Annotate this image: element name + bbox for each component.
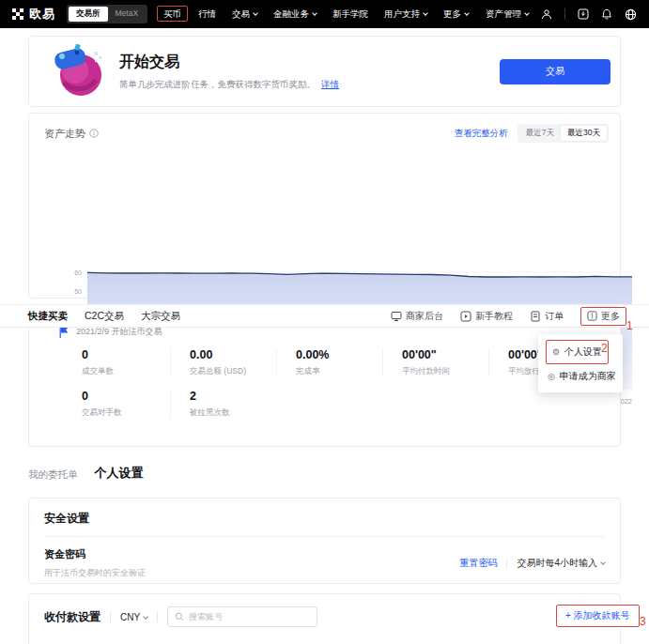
- download-app-icon[interactable]: [578, 8, 589, 20]
- notifications-bell-icon[interactable]: [601, 8, 612, 20]
- search-input[interactable]: [189, 612, 310, 621]
- monitor-icon: [391, 311, 402, 322]
- svg-text:60: 60: [74, 269, 82, 276]
- payment-settings-card: 收付款设置 CNY: [28, 593, 621, 644]
- svg-text:50: 50: [74, 288, 82, 295]
- chevron-down-icon: [600, 560, 606, 565]
- toggle-metax[interactable]: MetaX: [108, 7, 147, 22]
- tab-block-trade[interactable]: 大宗交易: [141, 310, 180, 323]
- hero-subtitle: 简单几步完成进阶任务，免费获得数字货币奖励。详情: [119, 79, 339, 91]
- merchant-stats-card: 2021/2/9 开始法币交易 0成交单数 0.00交易总额 (USD) 0.0…: [28, 310, 621, 447]
- okx-logo-icon: [12, 8, 23, 20]
- annotation-number-3: 3: [640, 615, 646, 628]
- asset-trend-title: 资产走势: [44, 127, 99, 141]
- info-icon[interactable]: [89, 129, 99, 138]
- password-frequency-dropdown[interactable]: 交易时每4小时输入: [517, 557, 605, 570]
- trade-button[interactable]: 交易: [500, 59, 610, 84]
- nav-item-buy-crypto[interactable]: 买币: [157, 6, 188, 22]
- merchant-dashboard-button[interactable]: 商家后台: [391, 310, 443, 323]
- menu-item-personal-settings[interactable]: ⚙ 个人设置: [550, 343, 604, 361]
- top-navbar: 欧易 交易所 MetaX 买币 行情 交易 金融业务 新手学院 用户支持 更多 …: [0, 0, 649, 28]
- divider: [506, 559, 507, 569]
- stat-avg-payment-time: 00'00"平均付款时间: [382, 348, 488, 377]
- chevron-down-icon: [464, 10, 470, 16]
- fund-password-desc: 用于法币交易时的安全验证: [44, 567, 146, 579]
- nav-item-more[interactable]: 更多: [443, 8, 469, 21]
- asset-trend-card: 资产走势 查看完整分析 最近7天 最近30天 605040302010016-0…: [28, 113, 621, 299]
- beginner-tutorial-button[interactable]: 新手教程: [460, 310, 513, 323]
- assets-menu[interactable]: 资产管理: [486, 8, 529, 21]
- menu-item-apply-merchant[interactable]: ◎ 申请成为商家: [546, 367, 615, 386]
- tab-c2c-trade[interactable]: C2C交易: [85, 310, 124, 323]
- page-title: 开始交易: [119, 53, 339, 72]
- nav-item-finance[interactable]: 金融业务: [273, 8, 317, 21]
- profile-icon[interactable]: [541, 8, 552, 20]
- stat-completion-rate: 0.00%完成率: [276, 348, 382, 377]
- stat-total-volume: 0.00交易总额 (USD): [170, 348, 276, 377]
- orders-button[interactable]: 订单: [530, 310, 564, 323]
- chevron-down-icon: [143, 614, 148, 620]
- annotation-number-2: 2: [601, 342, 608, 355]
- merchant-badge-icon: ◎: [548, 372, 555, 381]
- fund-password-label: 资金密码: [44, 547, 146, 561]
- tab-express-buy-sell[interactable]: 快捷买卖: [28, 310, 68, 323]
- tab-personal-settings[interactable]: 个人设置: [95, 465, 144, 482]
- stat-completed-orders: 0成交单数: [82, 348, 170, 377]
- logo-text: 欧易: [29, 6, 55, 23]
- divider: [157, 612, 158, 622]
- chevron-down-icon: [312, 10, 317, 16]
- search-icon: [175, 612, 184, 621]
- more-actions-button[interactable]: 更多: [580, 307, 626, 326]
- more-dropdown-menu: ⚙ 个人设置 ◎ 申请成为商家: [538, 334, 623, 392]
- order-document-icon: [530, 311, 541, 322]
- account-search-box: [167, 606, 317, 627]
- play-tutorial-icon: [460, 311, 471, 322]
- range-30d-button[interactable]: 最近30天: [561, 126, 607, 141]
- annotation-number-1: 1: [626, 319, 633, 332]
- stat-blacklisted-times: 2被拉黑次数: [170, 390, 276, 419]
- nav-item-academy[interactable]: 新手学院: [332, 8, 368, 21]
- start-trading-card: 开始交易 简单几步完成进阶任务，免费获得数字货币奖励。详情 交易: [28, 36, 621, 107]
- full-analysis-link[interactable]: 查看完整分析: [455, 128, 508, 140]
- toggle-exchange[interactable]: 交易所: [69, 7, 108, 22]
- range-7d-button[interactable]: 最近7天: [519, 126, 561, 141]
- language-globe-icon[interactable]: [625, 8, 637, 21]
- settings-section-tabs: 我的委托单 个人设置: [28, 465, 144, 482]
- stat-counterparties: 0交易对手数: [82, 390, 170, 419]
- nav-item-support[interactable]: 用户支持: [384, 8, 427, 21]
- more-menu-icon: [587, 311, 597, 321]
- navbar-divider: [564, 8, 565, 20]
- add-payment-account-button[interactable]: + 添加收款账号: [556, 605, 640, 627]
- divider: [110, 612, 111, 622]
- flag-icon: [59, 327, 69, 338]
- exchange-metax-toggle: 交易所 MetaX: [67, 5, 147, 23]
- payment-settings-title: 收付款设置: [44, 609, 100, 625]
- range-segmented-control: 最近7天 最近30天: [518, 124, 609, 143]
- nav-item-trade[interactable]: 交易: [232, 8, 257, 21]
- nav-menu: 买币 行情 交易 金融业务 新手学院 用户支持 更多: [162, 8, 469, 21]
- okx-logo[interactable]: 欧易: [12, 6, 55, 23]
- chevron-down-icon: [253, 10, 258, 16]
- details-link[interactable]: 详情: [321, 79, 339, 89]
- gear-icon: ⚙: [552, 347, 560, 357]
- reset-password-link[interactable]: 重置密码: [459, 557, 497, 570]
- trade-tabbar: 快捷买卖 C2C交易 大宗交易 商家后台 新手教程 订单 更多: [0, 304, 649, 328]
- security-settings-card: 安全设置 资金密码 用于法币交易时的安全验证 重置密码 交易时每4小时输入: [28, 498, 621, 584]
- chevron-down-icon: [423, 10, 428, 16]
- mascot-illustration: [52, 44, 106, 99]
- security-settings-title: 安全设置: [29, 498, 620, 536]
- chevron-down-icon: [524, 10, 530, 16]
- currency-select[interactable]: CNY: [120, 612, 147, 622]
- tab-my-orders[interactable]: 我的委托单: [28, 468, 78, 482]
- nav-item-markets[interactable]: 行情: [198, 8, 216, 21]
